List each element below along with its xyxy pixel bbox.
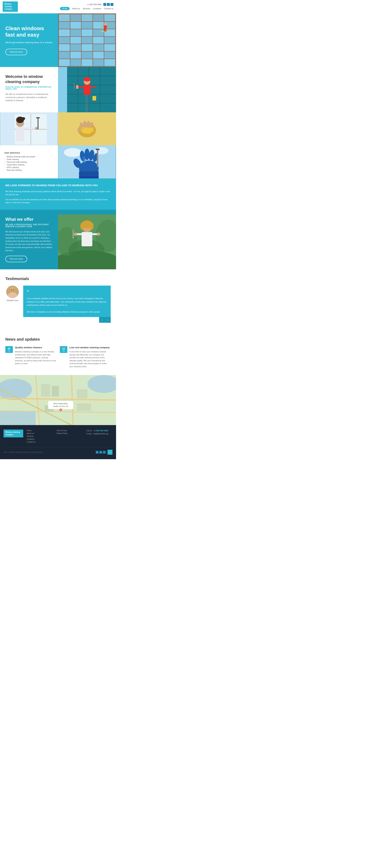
offer-section: What we offer WE ARE A PROFESSIONAL AND …	[0, 210, 116, 269]
svg-rect-20	[84, 85, 91, 95]
news-month-2: Jun	[61, 350, 66, 352]
service-item-4: ›Conservatory cleaning	[4, 164, 54, 166]
footer-links-col1: Home About us Services Locations Contact…	[27, 430, 53, 444]
twitter-icon[interactable]: y	[107, 3, 110, 6]
svg-rect-28	[93, 96, 96, 100]
offer-content: What we offer WE ARE A PROFESSIONAL AND …	[0, 210, 58, 269]
news-section: News and updates 22 Jun Quality window c…	[0, 330, 116, 375]
footer-links-col2: Terms of use Privacy Policy	[57, 430, 83, 435]
svg-point-3	[104, 23, 107, 26]
footer-facebook-icon[interactable]: f	[103, 451, 106, 454]
footer-link-contact[interactable]: Contact us	[27, 441, 53, 443]
footer-link-locations[interactable]: Locations	[27, 438, 53, 440]
forward-section: WE LOOK FORWARD TO HEARING FROM YOU AND …	[0, 179, 116, 210]
svg-point-83	[11, 289, 11, 290]
svg-rect-100	[48, 401, 73, 409]
welcome-heading: Welcome to window cleaning company	[5, 74, 53, 84]
scroll-top-button[interactable]: ↑	[107, 450, 112, 455]
news-body-2: Low cost window cleaning company If you'…	[69, 346, 111, 368]
news-day-2: 12	[61, 347, 66, 350]
svg-rect-25	[74, 83, 74, 89]
welcome-subtitle: SPECIALIZING IN COMMERCIAL PROPERTIES SI…	[5, 86, 53, 90]
news-month-1: Jun	[7, 350, 11, 352]
news-date-2: 12 Jun	[60, 346, 67, 353]
news-title-1: Quality window cleaners	[15, 346, 56, 349]
hero-heading: Clean windows fast and easy	[5, 25, 53, 38]
svg-rect-39	[38, 118, 39, 129]
header-right: +1 800 559 6580 in y f Home About us Ser…	[60, 3, 113, 10]
svg-rect-88	[0, 411, 36, 425]
testimonial-box: Elizabeth Ford " I am completely satisfi…	[5, 286, 111, 317]
quote-mark: "	[27, 289, 107, 296]
welcome-body: We offer an exceptional service to resid…	[5, 93, 53, 102]
svg-rect-98	[77, 404, 91, 411]
footer-email-label: E-mail:	[86, 433, 92, 435]
svg-rect-23	[76, 85, 78, 89]
welcome-worker-svg	[58, 67, 116, 112]
linkedin-icon[interactable]: in	[103, 3, 106, 6]
testimonial-navigation: ‹ ›	[5, 317, 111, 323]
svg-rect-2	[108, 22, 109, 31]
header-top: +1 800 559 6580 in y f	[87, 3, 113, 6]
footer-logo-text1: Window cleaning	[5, 431, 20, 433]
services-cell: OUR SERVICES ›Window cleaning inside and…	[0, 145, 58, 179]
hero-image	[58, 13, 116, 67]
testimonial-next-button[interactable]: ›	[105, 317, 111, 323]
footer-link-terms[interactable]: Terms of use	[57, 430, 83, 432]
svg-rect-22	[90, 86, 96, 88]
svg-rect-58	[79, 171, 99, 178]
svg-point-50	[64, 148, 82, 157]
footer-bottom: 2016 © Window Cleaning Company. All righ…	[4, 447, 112, 455]
svg-rect-1	[102, 22, 102, 31]
footer-phone-label: Call us:	[86, 430, 92, 432]
footer-logo-text2: company	[5, 434, 13, 436]
hero-subtext: We've got window cleaning down to a scie…	[5, 41, 53, 44]
footer-twitter-icon[interactable]: y	[99, 451, 102, 454]
news-date-1: 22 Jun	[5, 346, 13, 353]
logo-text2: company	[4, 8, 12, 10]
svg-rect-40	[36, 117, 40, 118]
lady-image-cell	[0, 112, 58, 145]
svg-rect-97	[77, 389, 88, 398]
footer-link-services[interactable]: Services	[27, 435, 53, 437]
logo[interactable]: Window cleaning company	[3, 1, 18, 12]
nav-services[interactable]: Services	[83, 7, 90, 10]
offer-heading: What we offer	[5, 217, 53, 222]
footer-email: mail@demslink.org	[93, 433, 108, 435]
svg-rect-72	[81, 232, 92, 246]
footer-grid: Window cleaning company Home About us Se…	[4, 430, 112, 444]
hero-content: Clean windows fast and easy We've got wi…	[0, 13, 58, 67]
footer-link-home[interactable]: Home	[27, 430, 53, 432]
offer-cta-button[interactable]: Find out more	[5, 256, 27, 262]
nav-contact[interactable]: Contact us	[104, 7, 113, 10]
logo-text: Window cleaning	[4, 3, 12, 7]
svg-rect-62	[96, 149, 100, 150]
svg-point-19	[84, 77, 91, 82]
footer-copyright: 2016 © Window Cleaning Company. All righ…	[4, 451, 43, 453]
testimonials-heading: Testimonials	[5, 277, 111, 281]
lady-cleaning-svg	[0, 112, 58, 145]
hero-cta-button[interactable]: Find out more	[5, 49, 27, 55]
svg-rect-8	[105, 29, 106, 32]
nav-home[interactable]: Home	[60, 7, 69, 10]
phone-number: +1 800 559 6580	[87, 3, 102, 5]
svg-rect-77	[73, 230, 74, 239]
nav-about[interactable]: About us	[72, 7, 80, 10]
footer-link-privacy[interactable]: Privacy Policy	[57, 432, 83, 434]
svg-rect-36	[16, 127, 24, 141]
svg-rect-96	[52, 386, 59, 397]
svg-point-84	[13, 289, 14, 290]
offer-image	[58, 210, 116, 269]
footer-linkedin-icon[interactable]: in	[96, 451, 99, 454]
facebook-icon[interactable]: f	[110, 3, 113, 6]
main-nav: Home About us Services Locations Contact…	[60, 7, 113, 10]
testimonial-prev-button[interactable]: ‹	[99, 317, 105, 323]
footer-link-about[interactable]: About us	[27, 432, 53, 434]
svg-rect-95	[41, 384, 50, 397]
testimonials-section: Testimonials Elizabeth Ford " I a	[0, 269, 116, 330]
svg-point-71	[90, 222, 94, 230]
nav-locations[interactable]: Locations	[93, 7, 101, 10]
svg-point-38	[35, 127, 38, 130]
service-item-6: ›Shop sign cleaning	[4, 169, 54, 171]
news-day-1: 22	[7, 347, 11, 350]
